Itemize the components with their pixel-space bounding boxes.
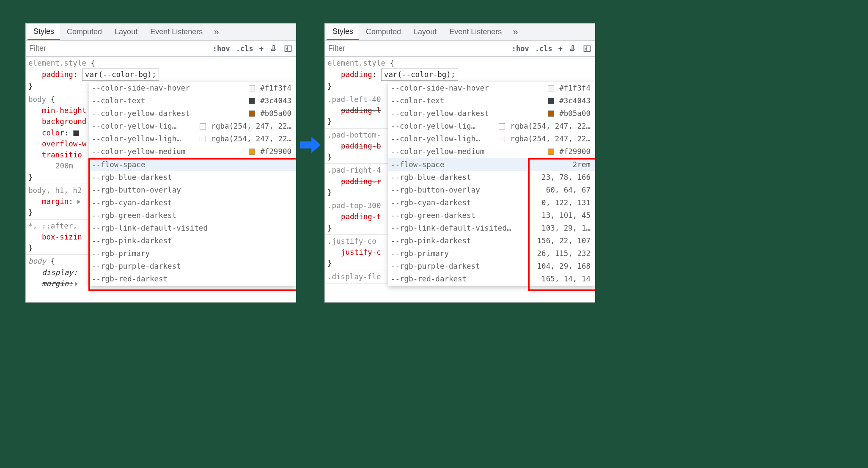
autocomplete-item[interactable]: --rgb-red-darkest 165, 14, 14 (388, 273, 595, 285)
autocomplete-item[interactable]: --rgb-primary 26, 115, 232 (388, 247, 595, 260)
autocomplete-item[interactable]: --rgb-red-darkest (89, 273, 296, 285)
color-swatch-icon (548, 85, 554, 91)
expand-icon[interactable] (77, 200, 80, 204)
css-property[interactable]: padding (42, 70, 73, 79)
autocomplete-item[interactable]: --rgb-button-overlay 60, 64, 67 (388, 184, 595, 196)
var-name: --color-yellow-darkest (391, 107, 548, 120)
color-swatch-icon (548, 110, 554, 117)
color-swatch-icon[interactable] (73, 130, 79, 136)
tab-computed[interactable]: Computed (360, 24, 407, 40)
selector: body (28, 95, 46, 104)
var-name: --color-yellow-lig… (92, 120, 200, 132)
var-name: --rgb-red-darkest (391, 273, 539, 285)
css-property[interactable]: overflow-w (42, 140, 86, 148)
autocomplete-item[interactable]: --rgb-pink-darkest 156, 22, 107 (388, 234, 595, 247)
autocomplete-item[interactable]: --flow-space 2rem (388, 158, 595, 171)
css-property[interactable]: box-sizin (42, 233, 82, 241)
tab-computed[interactable]: Computed (61, 24, 108, 40)
css-property[interactable]: color (42, 129, 64, 137)
autocomplete-item[interactable]: --color-text #3c4043 (388, 94, 595, 107)
panel-toggle-icon[interactable] (283, 44, 293, 53)
autocomplete-item[interactable]: --rgb-button-overlay (89, 184, 296, 196)
autocomplete-item[interactable]: --color-side-nav-hover #f1f3f4 (388, 82, 595, 94)
filter-input[interactable] (26, 41, 208, 56)
autocomplete-item[interactable]: --color-text #3c4043 (89, 94, 296, 107)
autocomplete-item[interactable]: --rgb-blue-darkest (89, 171, 296, 184)
tabs-more-icon[interactable]: » (209, 27, 223, 38)
var-value: 26, 115, 232 (535, 247, 591, 260)
var-name: --rgb-green-darkest (92, 209, 291, 222)
autocomplete-item[interactable]: --color-side-nav-hover #f1f3f4 (89, 82, 296, 94)
autocomplete-item[interactable]: --color-yellow-lig… rgba(254, 247, 22… (89, 120, 296, 132)
autocomplete-item[interactable]: --rgb-cyan-darkest (89, 196, 296, 209)
autocomplete-item[interactable]: --rgb-green-darkest (89, 209, 296, 222)
selector: .pad-left-40 (327, 95, 381, 104)
autocomplete-item[interactable]: --rgb-purple-darkest (89, 260, 296, 273)
var-name: --flow-space (92, 158, 291, 171)
autocomplete-item[interactable]: --color-yellow-darkest #b05a00 (388, 107, 595, 120)
autocomplete-item[interactable]: --color-yellow-medium #f29900 (388, 145, 595, 158)
autocomplete-item[interactable]: --color-yellow-ligh… rgba(254, 247, 22… (89, 132, 296, 145)
css-property[interactable]: padding-r (341, 177, 381, 186)
tab-layout[interactable]: Layout (408, 24, 442, 40)
autocomplete-item[interactable]: --color-yellow-medium #f29900 (89, 145, 296, 158)
autocomplete-item[interactable]: --rgb-pink-darkest (89, 234, 296, 247)
var-value: #f1f3f4 (557, 82, 591, 94)
autocomplete-item[interactable]: --rgb-green-darkest 13, 101, 45 (388, 209, 595, 222)
css-property[interactable]: padding-t (341, 212, 381, 221)
var-name: --color-yellow-medium (92, 145, 249, 158)
tab-layout[interactable]: Layout (109, 24, 143, 40)
autocomplete-popup[interactable]: --color-side-nav-hover #f1f3f4 --color-t… (388, 82, 595, 286)
cls-button[interactable]: .cls (235, 44, 254, 53)
css-property[interactable]: transitio (42, 151, 82, 159)
color-swatch-icon (249, 110, 255, 117)
cls-button[interactable]: .cls (534, 44, 553, 53)
var-name: --color-yellow-darkest (92, 107, 249, 120)
panel-toggle-icon[interactable] (582, 44, 592, 53)
var-name: --rgb-purple-darkest (391, 260, 535, 273)
var-value: 60, 64, 67 (544, 184, 591, 196)
css-property[interactable]: padding-l (341, 106, 381, 115)
autocomplete-popup[interactable]: --color-side-nav-hover #f1f3f4 --color-t… (89, 82, 296, 286)
autocomplete-item[interactable]: --rgb-cyan-darkest 0, 122, 131 (388, 196, 595, 209)
css-property[interactable]: padding-b (341, 142, 381, 150)
new-rule-button[interactable]: + (558, 44, 563, 53)
css-value-editing[interactable]: var(--color-bg); (381, 69, 459, 80)
css-property[interactable]: padding (341, 70, 372, 79)
tab-event-listeners[interactable]: Event Listeners (144, 24, 209, 40)
autocomplete-item[interactable]: --flow-space (89, 158, 296, 171)
css-property[interactable]: margin (42, 197, 69, 206)
hov-button[interactable]: :hov (511, 44, 530, 53)
autocomplete-item[interactable]: --rgb-link-default-visited (89, 222, 296, 234)
var-name: --rgb-link-default-visited (92, 222, 291, 234)
arrow-icon (299, 133, 322, 157)
autocomplete-item[interactable]: --rgb-purple-darkest 104, 29, 168 (388, 260, 595, 273)
css-property[interactable]: background (42, 117, 86, 126)
autocomplete-item[interactable]: --rgb-blue-darkest 23, 78, 166 (388, 171, 595, 184)
new-rule-button[interactable]: + (258, 44, 264, 53)
brush-icon[interactable] (568, 44, 578, 53)
autocomplete-item[interactable]: --rgb-link-default-visited… 103, 29, 1… (388, 222, 595, 234)
selector: .justify-co (327, 237, 376, 245)
css-value-editing[interactable]: var(--color-bg); (82, 69, 159, 80)
css-property[interactable]: justify-c (341, 248, 381, 256)
autocomplete-item[interactable]: --rgb-primary (89, 247, 296, 260)
var-name: --color-yellow-medium (391, 145, 548, 158)
autocomplete-item[interactable]: --color-yellow-ligh… rgba(254, 247, 22… (388, 132, 595, 145)
autocomplete-item[interactable]: --color-yellow-lig… rgba(254, 247, 22… (388, 120, 595, 132)
var-value: #3c4043 (557, 94, 591, 107)
tabs-more-icon[interactable]: » (508, 27, 522, 38)
var-value: 104, 29, 168 (535, 260, 591, 273)
brush-icon[interactable] (269, 44, 279, 53)
tab-styles[interactable]: Styles (27, 24, 60, 40)
tab-event-listeners[interactable]: Event Listeners (443, 24, 508, 40)
autocomplete-item[interactable]: --color-yellow-darkest #b05a00 (89, 107, 296, 120)
var-value: #f1f3f4 (258, 82, 291, 94)
hov-button[interactable]: :hov (212, 44, 231, 53)
css-property[interactable]: min-height (42, 106, 86, 115)
styles-toolbar: :hov .cls + (325, 41, 595, 57)
devtools-panel-left: Styles Computed Layout Event Listeners »… (25, 23, 296, 303)
selector: .pad-bottom- (327, 131, 381, 139)
filter-input[interactable] (325, 41, 507, 56)
tab-styles[interactable]: Styles (327, 24, 359, 40)
